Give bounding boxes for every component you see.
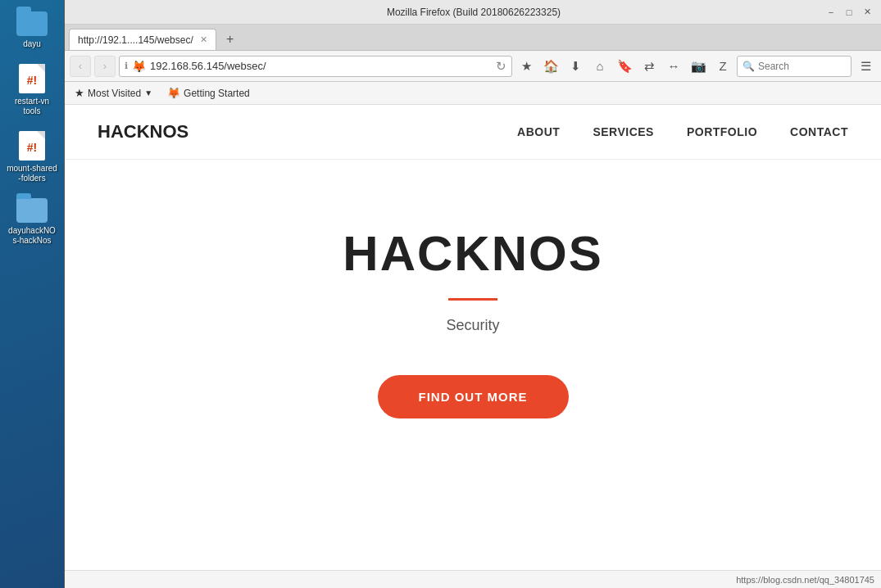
url-input[interactable] [150,60,492,72]
webpage: HACKNOS ABOUT SERVICES PORTFOLIO CONTACT… [65,105,881,570]
titlebar: Mozilla Firefox (Build 20180626223325) −… [65,0,881,25]
titlebar-controls: − □ ✕ [825,7,873,18]
maximize-button[interactable]: □ [843,7,855,18]
statusbar: https://blog.csdn.net/qq_34801745 [65,570,881,588]
reload-button[interactable]: ↻ [496,59,506,74]
desktop-icon-mount-shared[interactable]: #! mount-shared-folders [3,128,61,187]
firefox-bookmark-icon: 🦊 [167,87,180,99]
icon-label-restart: restart-vntools [15,97,49,116]
site-navbar: HACKNOS ABOUT SERVICES PORTFOLIO CONTACT [65,105,881,160]
browser-tab[interactable]: http://192.1....145/websec/ ✕ [69,29,216,50]
desktop-icon-dayu[interactable]: dayu [3,8,61,52]
minimize-button[interactable]: − [825,7,837,18]
menu-button[interactable]: ☰ [855,56,876,77]
status-url: https://blog.csdn.net/qq_34801745 [736,575,874,585]
getting-started-label: Getting Started [184,88,250,99]
back-button[interactable]: ‹ [70,56,91,77]
icon-label-dayuhacknos: dayuhackNOs-hackNos [7,226,57,246]
search-input[interactable] [758,61,832,72]
home-button[interactable]: 🏠 [540,56,561,77]
nav-contact[interactable]: CONTACT [790,125,848,138]
tabbar: http://192.1....145/websec/ ✕ + [65,25,881,51]
getting-started-bookmark[interactable]: 🦊 Getting Started [164,85,253,101]
arrows-button[interactable]: ↔ [663,56,684,77]
hero-section: HACKNOS Security FIND OUT MORE [65,160,881,468]
folder-icon-2 [16,198,48,223]
chevron-down-icon: ▼ [144,88,152,97]
nav-about[interactable]: ABOUT [517,125,560,138]
firefox-icon: 🦊 [132,60,146,73]
forward-button[interactable]: › [94,56,116,77]
tab-label: http://192.1....145/websec/ [78,34,193,46]
folder-icon [16,11,48,36]
titlebar-title: Mozilla Firefox (Build 20180626223325) [122,7,825,18]
close-button[interactable]: ✕ [861,7,873,18]
screenshot-button[interactable]: 📷 [688,56,709,77]
hero-divider [448,298,497,301]
file-icon-2: #! [19,131,45,161]
nav-services[interactable]: SERVICES [593,125,654,138]
zotero-button[interactable]: Z [712,56,733,77]
download-button[interactable]: ⬇ [565,56,586,77]
new-tab-button[interactable]: + [220,29,241,50]
site-logo: HACKNOS [98,121,188,142]
desktop: dayu #! restart-vntools #! mount-shared-… [0,0,64,588]
bookmarks-bar: ★ Most Visited ▼ 🦊 Getting Started [65,82,881,105]
site-menu: ABOUT SERVICES PORTFOLIO CONTACT [517,125,848,138]
hero-subtitle: Security [446,317,499,334]
home2-button[interactable]: ⌂ [589,56,611,77]
info-icon: ℹ [125,61,128,71]
url-bar[interactable]: ℹ 🦊 ↻ [119,56,512,77]
star-icon: ★ [75,87,84,99]
nav-portfolio[interactable]: PORTFOLIO [687,125,757,138]
tab-close-button[interactable]: ✕ [200,34,207,45]
desktop-icon-restart-vn-tools[interactable]: #! restart-vntools [3,61,61,120]
hero-title: HACKNOS [343,225,602,282]
search-bar[interactable]: 🔍 [737,56,851,77]
search-icon: 🔍 [742,61,755,72]
bookmark-star-button[interactable]: ★ [515,56,537,77]
file-icon: #! [19,64,45,93]
icon-label-dayu: dayu [23,39,41,49]
icon-label-mount: mount-shared-folders [7,164,57,183]
find-out-more-button[interactable]: FIND OUT MORE [378,375,569,418]
desktop-icon-dayuhacknos[interactable]: dayuhackNOs-hackNos [3,195,61,249]
browser-window: Mozilla Firefox (Build 20180626223325) −… [64,0,881,588]
most-visited-bookmark[interactable]: ★ Most Visited ▼ [71,85,156,101]
sync-button[interactable]: ⇄ [638,56,660,77]
navbar: ‹ › ℹ 🦊 ↻ ★ 🏠 ⬇ ⌂ 🔖 ⇄ ↔ 📷 Z 🔍 ☰ [65,51,881,82]
pocket-button[interactable]: 🔖 [614,56,635,77]
most-visited-label: Most Visited [88,88,141,99]
